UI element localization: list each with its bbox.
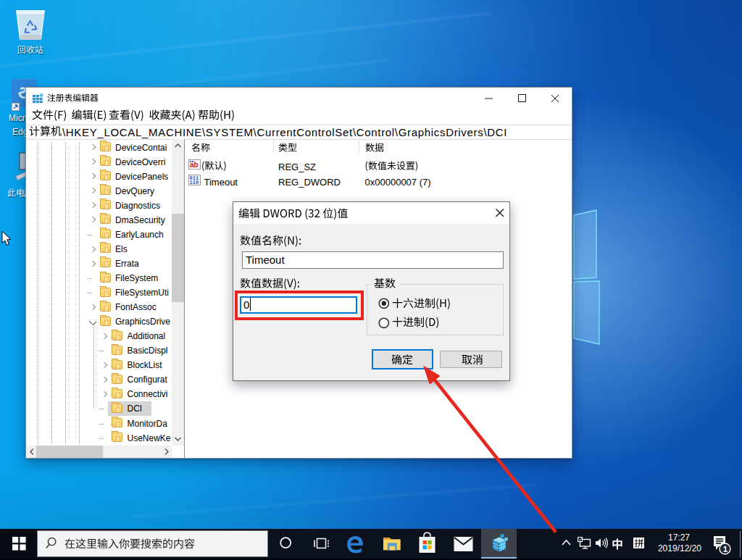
svg-text:1: 1 [723, 545, 728, 553]
svg-text:110: 110 [190, 180, 199, 185]
